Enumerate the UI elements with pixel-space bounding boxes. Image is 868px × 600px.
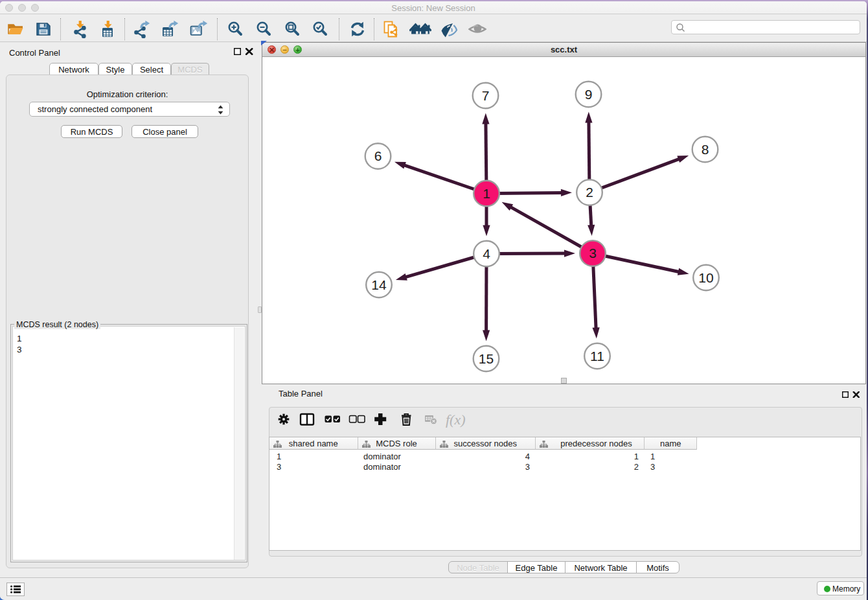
svg-text:15: 15	[479, 351, 494, 366]
svg-text:7: 7	[482, 88, 490, 103]
svg-text:14: 14	[371, 277, 387, 292]
svg-text:1: 1	[483, 186, 490, 201]
svg-text:2: 2	[586, 185, 593, 200]
svg-text:3: 3	[589, 246, 597, 260]
svg-text:10: 10	[698, 270, 713, 285]
svg-text:9: 9	[585, 87, 593, 102]
svg-text:f(x): f(x)	[446, 411, 466, 428]
svg-text:11: 11	[590, 349, 604, 363]
svg-text:6: 6	[374, 148, 382, 163]
svg-text:4: 4	[483, 246, 490, 261]
svg-text:8: 8	[702, 142, 709, 157]
